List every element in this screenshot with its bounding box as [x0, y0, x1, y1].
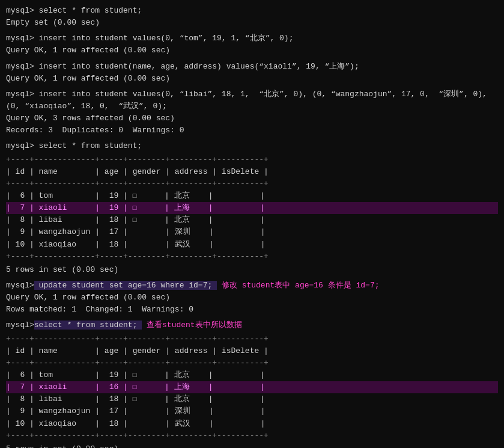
table2-sep-bot: +----+-------------+-----+--------+-----… — [6, 430, 498, 442]
table2-sep-mid: +----+-------------+-----+--------+-----… — [6, 357, 498, 369]
line-4: mysql> insert into student values(0, “to… — [6, 32, 498, 44]
select2-cmd-highlight: select * from student; — [34, 321, 142, 330]
terminal: mysql> select * from student; Empty set … — [0, 0, 504, 448]
table1-row4: | 9 | wangzhaojun | 17 | | 深圳 | | — [6, 226, 498, 238]
line-11: (0, “xiaoqiao”, 18, 0, “武汉”, 0); — [6, 100, 498, 112]
table2-sep-top: +----+-------------+-----+--------+-----… — [6, 333, 498, 345]
line-8: Query OK, 1 row affected (0.00 sec) — [6, 73, 498, 85]
table2-row1: | 6 | tom | 19 | □ | 北京 | | — [6, 369, 498, 381]
update-ok: Query OK, 1 row affected (0.00 sec) — [6, 292, 498, 304]
update-cmd-line: mysql> update student set age=16 where i… — [6, 280, 498, 292]
line-15: mysql> select * from student; — [6, 140, 498, 152]
select2-cmd-line: mysql>select * from student; 查看student表中… — [6, 319, 498, 331]
table2-row2: | 7 | xiaoli | 16 | □ | 上海 | | — [6, 381, 498, 393]
line-7: mysql> insert into student(name, age, ad… — [6, 61, 498, 73]
table2-footer: 5 rows in set (0.00 sec) — [6, 443, 498, 448]
cmd: select * from student; — [39, 6, 142, 15]
line-5: Query OK, 1 row affected (0.00 sec) — [6, 44, 498, 57]
update-cmd-highlight: update student set age=16 where id=7; — [34, 281, 217, 290]
table1-header: | id | name | age | gender | address | i… — [6, 166, 498, 178]
line-13: Records: 3 Duplicates: 0 Warnings: 0 — [6, 124, 498, 137]
select2-comment: 查看student表中所以数据 — [142, 321, 241, 330]
line-2: Empty set (0.00 sec) — [6, 17, 498, 29]
rows-matched: Rows matched: 1 Changed: 1 Warnings: 0 — [6, 304, 498, 316]
empty-set: Empty set (0.00 sec) — [6, 18, 100, 27]
table1-row2: | 7 | xiaoli | 19 | □ | 上海 | | — [6, 202, 498, 214]
line-10: mysql> insert into student values(0, “li… — [6, 88, 498, 100]
table1-row1: | 6 | tom | 19 | □ | 北京 | | — [6, 190, 498, 202]
table2: +----+-------------+-----+--------+-----… — [6, 333, 498, 442]
update-comment: 修改 student表中 age=16 条件是 id=7; — [217, 281, 379, 290]
table1-sep-mid: +----+-------------+-----+--------+-----… — [6, 178, 498, 190]
table1-sep-bot: +----+-------------+-----+--------+-----… — [6, 251, 498, 263]
table2-row4: | 9 | wangzhaojun | 17 | | 深圳 | | — [6, 405, 498, 417]
line-1: mysql> select * from student; — [6, 5, 498, 17]
table1: +----+-------------+-----+--------+-----… — [6, 154, 498, 263]
table2-header: | id | name | age | gender | address | i… — [6, 345, 498, 357]
table2-row3: | 8 | libai | 18 | □ | 北京 | | — [6, 393, 498, 405]
prompt: mysql> — [6, 6, 39, 15]
table1-row5: | 10 | xiaoqiao | 18 | | 武汉 | | — [6, 239, 498, 251]
table1-sep-top: +----+-------------+-----+--------+-----… — [6, 154, 498, 166]
table1-row3: | 8 | libai | 18 | □ | 北京 | | — [6, 214, 498, 226]
line-12: Query OK, 3 rows affected (0.00 sec) — [6, 112, 498, 124]
table2-row5: | 10 | xiaoqiao | 18 | | 武汉 | | — [6, 418, 498, 430]
table1-footer: 5 rows in set (0.00 sec) — [6, 264, 498, 276]
